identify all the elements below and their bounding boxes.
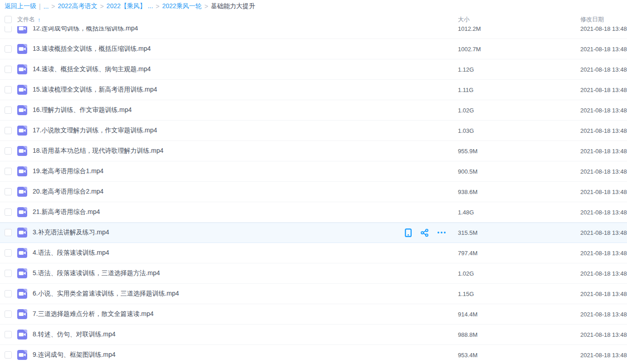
file-name[interactable]: 13.速读概括全文训练，概括压缩训练.mp4 xyxy=(33,45,452,53)
file-name[interactable]: 4.语法、段落速读训练.mp4 xyxy=(33,249,452,257)
row-checkbox[interactable] xyxy=(5,290,12,297)
file-name[interactable]: 18.语用基本功总结，现代诗歌理解力训练.mp4 xyxy=(33,147,452,155)
column-header-name[interactable]: 文件名 ↑ xyxy=(17,15,452,24)
table-row[interactable]: 14.速读、概括全文训练、病句主观题.mp4 1.12G 2021-08-18 … xyxy=(0,59,627,80)
share-icon[interactable] xyxy=(420,228,429,237)
file-date: 2021-08-18 13:48 xyxy=(580,229,622,236)
file-size: 953.4M xyxy=(458,352,575,359)
file-name[interactable]: 9.连词成句、框架图训练.mp4 xyxy=(33,351,452,359)
table-row[interactable]: 4.语法、段落速读训练.mp4 797.4M 2021-08-18 13:48 xyxy=(0,243,627,263)
table-row[interactable]: 6.小说、实用类全篇速读训练，三道选择题训练.mp4 1.15G 2021-08… xyxy=(0,284,627,304)
file-name[interactable]: 17.小说散文理解力训练，作文审题训练.mp4 xyxy=(33,126,452,135)
file-date: 2021-08-18 13:48 xyxy=(580,291,622,297)
row-checkbox[interactable] xyxy=(5,147,12,155)
row-checkbox[interactable] xyxy=(5,270,12,277)
file-name[interactable]: 12.连词成句训练，概括压缩训练.mp4 xyxy=(33,26,452,33)
table-row[interactable]: 21.新高考语用综合.mp4 1.48G 2021-08-18 13:48 xyxy=(0,202,627,223)
sort-ascending-icon[interactable]: ↑ xyxy=(38,16,41,23)
breadcrumb-separator-icon: > xyxy=(100,3,104,10)
file-name[interactable]: 6.小说、实用类全篇速读训练，三道选择题训练.mp4 xyxy=(33,290,452,298)
breadcrumb-separator-icon: > xyxy=(51,3,55,10)
video-file-icon xyxy=(17,105,27,115)
breadcrumb-back-link[interactable]: 返回上一级 xyxy=(5,2,36,10)
file-date: 2021-08-18 13:48 xyxy=(580,189,622,195)
select-all-checkbox[interactable] xyxy=(5,16,12,23)
file-date: 2021-08-18 13:48 xyxy=(580,46,622,53)
row-checkbox[interactable] xyxy=(5,188,12,195)
file-name[interactable]: 21.新高考语用综合.mp4 xyxy=(33,208,452,216)
file-list: 12.连词成句训练，概括压缩训练.mp4 1012.2M 2021-08-18 … xyxy=(0,26,627,364)
column-header-date[interactable]: 修改日期 xyxy=(580,15,622,24)
file-name[interactable]: 14.速读、概括全文训练、病句主观题.mp4 xyxy=(33,65,452,73)
row-checkbox[interactable] xyxy=(5,45,12,53)
file-name[interactable]: 19.老高考语用综合1.mp4 xyxy=(33,167,452,175)
row-checkbox[interactable] xyxy=(5,107,12,114)
row-checkbox[interactable] xyxy=(5,351,12,359)
file-name[interactable]: 5.语法、段落速读训练，三道选择题方法.mp4 xyxy=(33,269,452,277)
file-name[interactable]: 8.转述、仿句、对联训练.mp4 xyxy=(33,330,452,339)
file-date: 2021-08-18 13:48 xyxy=(580,127,622,134)
file-name[interactable]: 7.三道选择题难点分析，散文全篇速读.mp4 xyxy=(33,310,452,318)
breadcrumb-link[interactable]: 2022【乘风】 ... xyxy=(107,2,153,10)
file-name[interactable]: 16.理解力训练、作文审题训练.mp4 xyxy=(33,106,452,114)
file-name[interactable]: 15.速读梳理全文训练，新高考语用训练.mp4 xyxy=(33,86,452,94)
video-file-icon xyxy=(17,146,27,156)
row-actions xyxy=(405,223,446,243)
file-size: 1.12G xyxy=(458,66,575,73)
table-row[interactable]: 8.转述、仿句、对联训练.mp4 988.8M 2021-08-18 13:48 xyxy=(0,325,627,345)
file-size: 1012.2M xyxy=(458,26,575,32)
file-date: 2021-08-18 13:48 xyxy=(580,352,622,359)
table-row[interactable]: 5.语法、段落速读训练，三道选择题方法.mp4 1.02G 2021-08-18… xyxy=(0,263,627,284)
table-row[interactable]: 16.理解力训练、作文审题训练.mp4 1.02G 2021-08-18 13:… xyxy=(0,100,627,121)
file-date: 2021-08-18 13:48 xyxy=(580,270,622,277)
file-name[interactable]: 20.老高考语用综合2.mp4 xyxy=(33,188,452,196)
video-file-icon xyxy=(17,126,27,136)
table-row[interactable]: 20.老高考语用综合2.mp4 938.6M 2021-08-18 13:48 xyxy=(0,182,627,202)
table-row[interactable]: 19.老高考语用综合1.mp4 900.5M 2021-08-18 13:48 xyxy=(0,161,627,182)
column-header-size[interactable]: 大小 xyxy=(458,15,575,24)
file-size: 1.02G xyxy=(458,107,575,114)
file-size: 1002.7M xyxy=(458,46,575,53)
row-checkbox[interactable] xyxy=(5,209,12,216)
table-row[interactable]: 13.速读概括全文训练，概括压缩训练.mp4 1002.7M 2021-08-1… xyxy=(0,39,627,59)
row-checkbox[interactable] xyxy=(5,229,12,236)
more-actions-icon[interactable] xyxy=(437,232,446,233)
file-date: 2021-08-18 13:48 xyxy=(580,107,622,114)
file-date: 2021-08-18 13:48 xyxy=(580,148,622,155)
file-size: 315.5M xyxy=(458,229,575,236)
file-size: 938.6M xyxy=(458,189,575,195)
file-size: 955.9M xyxy=(458,148,575,155)
breadcrumb-current: 基础能力大提升 xyxy=(211,2,255,10)
send-to-device-icon[interactable] xyxy=(405,228,412,237)
table-row[interactable]: 7.三道选择题难点分析，散文全篇速读.mp4 914.4M 2021-08-18… xyxy=(0,304,627,325)
file-date: 2021-08-18 13:48 xyxy=(580,87,622,93)
row-checkbox[interactable] xyxy=(5,331,12,338)
file-name[interactable]: 3.补充语法讲解及练习.mp4 xyxy=(33,228,452,237)
video-file-icon xyxy=(17,187,27,197)
video-file-icon xyxy=(17,309,27,319)
row-checkbox[interactable] xyxy=(5,86,12,93)
table-row[interactable]: 18.语用基本功总结，现代诗歌理解力训练.mp4 955.9M 2021-08-… xyxy=(0,141,627,161)
row-checkbox[interactable] xyxy=(5,66,12,73)
file-size: 1.48G xyxy=(458,209,575,216)
table-row[interactable]: 3.补充语法讲解及练习.mp4 315.5M 2021-08-18 13:48 xyxy=(0,223,627,243)
table-row[interactable]: 9.连词成句、框架图训练.mp4 953.4M 2021-08-18 13:48 xyxy=(0,345,627,364)
video-file-icon xyxy=(17,207,27,217)
file-size: 900.5M xyxy=(458,168,575,175)
row-checkbox[interactable] xyxy=(5,249,12,257)
file-size: 988.8M xyxy=(458,331,575,338)
breadcrumb-link[interactable]: ... xyxy=(44,3,49,10)
breadcrumb-link[interactable]: 2022乘风一轮 xyxy=(162,2,202,10)
breadcrumb-link[interactable]: 2022高考语文 xyxy=(58,2,97,10)
row-checkbox[interactable] xyxy=(5,26,12,32)
breadcrumb-separator-icon: > xyxy=(204,3,208,10)
file-size: 1.15G xyxy=(458,291,575,297)
video-file-icon xyxy=(17,350,27,360)
table-row[interactable]: 15.速读梳理全文训练，新高考语用训练.mp4 1.11G 2021-08-18… xyxy=(0,80,627,100)
row-checkbox[interactable] xyxy=(5,311,12,318)
table-row[interactable]: 17.小说散文理解力训练，作文审题训练.mp4 1.03G 2021-08-18… xyxy=(0,121,627,141)
row-checkbox[interactable] xyxy=(5,127,12,134)
video-file-icon xyxy=(17,268,27,278)
table-row[interactable]: 12.连词成句训练，概括压缩训练.mp4 1012.2M 2021-08-18 … xyxy=(0,26,627,39)
row-checkbox[interactable] xyxy=(5,168,12,175)
